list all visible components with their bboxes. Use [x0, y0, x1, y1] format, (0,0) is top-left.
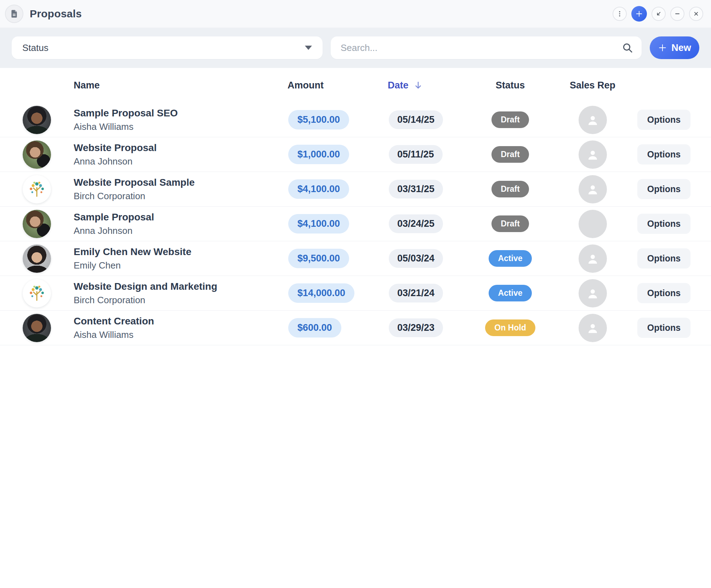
window-restore-button[interactable] — [652, 7, 666, 21]
new-proposal-button[interactable]: New — [650, 36, 699, 59]
client-name: Birch Corporation — [74, 191, 145, 202]
sales-rep-avatar[interactable] — [579, 210, 607, 238]
options-button[interactable]: Options — [637, 110, 690, 130]
arrow-down-left-icon — [655, 10, 662, 17]
status-badge: Draft — [491, 215, 529, 232]
window-close-button[interactable] — [689, 7, 703, 21]
search-input[interactable] — [341, 42, 622, 53]
table-row[interactable]: Website Proposal Sample Birch Corporatio… — [0, 172, 711, 207]
window-minimize-button[interactable] — [670, 7, 684, 21]
table-row[interactable]: Sample Proposal Anna Johnson $4,100.00 0… — [0, 207, 711, 241]
client-name: Aisha Williams — [74, 329, 133, 340]
status-badge: Active — [489, 285, 531, 301]
options-button[interactable]: Options — [637, 283, 690, 303]
proposal-name: Emily Chen New Website — [74, 246, 191, 258]
table-row[interactable]: Website Proposal Anna Johnson $1,000.00 … — [0, 137, 711, 172]
sales-rep-avatar[interactable] — [579, 175, 607, 203]
birch-logo — [27, 179, 47, 199]
person-icon — [586, 113, 600, 127]
options-button[interactable]: Options — [637, 248, 690, 269]
table-row[interactable]: Website Design and Marketing Birch Corpo… — [0, 276, 711, 311]
table-row[interactable]: Content Creation Aisha Williams $600.00 … — [0, 311, 711, 345]
person-icon — [586, 286, 600, 300]
client-avatar — [23, 210, 51, 238]
date-pill: 05/11/25 — [389, 145, 443, 164]
app-icon-badge — [5, 5, 23, 23]
status-badge: On Hold — [485, 319, 535, 336]
amount-pill: $600.00 — [288, 318, 341, 338]
client-name: Emily Chen — [74, 260, 121, 271]
window-menu-button[interactable] — [613, 7, 627, 21]
client-name: Anna Johnson — [74, 225, 132, 236]
document-icon — [10, 9, 19, 18]
client-avatar — [23, 140, 51, 169]
column-header-name[interactable]: Name — [74, 80, 287, 91]
date-pill: 03/29/23 — [389, 318, 443, 337]
table-header-row: Name Amount Date Status Sales Rep — [0, 68, 711, 103]
client-name: Aisha Williams — [74, 121, 133, 132]
proposal-name: Sample Proposal — [74, 212, 154, 223]
options-button[interactable]: Options — [637, 144, 690, 165]
client-avatar — [23, 175, 51, 203]
table-body: Sample Proposal SEO Aisha Williams $5,10… — [0, 103, 711, 345]
search-box — [331, 36, 642, 59]
plus-icon — [635, 10, 643, 18]
table-row[interactable]: Emily Chen New Website Emily Chen $9,500… — [0, 241, 711, 276]
person-icon — [586, 148, 600, 162]
client-avatar — [23, 106, 51, 134]
status-filter-label: Status — [22, 42, 49, 53]
kebab-menu-icon — [616, 10, 623, 17]
chevron-down-icon — [305, 46, 312, 50]
options-button[interactable]: Options — [637, 179, 690, 199]
client-avatar — [23, 314, 51, 342]
sales-rep-avatar[interactable] — [579, 244, 607, 273]
client-avatar — [23, 244, 51, 273]
window-controls — [613, 6, 703, 22]
status-badge: Active — [489, 250, 531, 267]
proposal-name: Website Proposal Sample — [74, 177, 195, 188]
amount-pill: $14,000.00 — [288, 283, 354, 303]
person-icon — [586, 182, 600, 196]
minus-icon — [674, 10, 681, 17]
plus-icon — [658, 43, 667, 52]
person-icon — [586, 321, 600, 335]
close-icon — [693, 10, 700, 17]
filter-bar: Status New — [0, 28, 711, 68]
client-name: Birch Corporation — [74, 295, 145, 306]
new-button-label: New — [671, 42, 691, 53]
column-header-sales-rep[interactable]: Sales Rep — [570, 80, 615, 91]
table-row[interactable]: Sample Proposal SEO Aisha Williams $5,10… — [0, 103, 711, 137]
proposal-name: Website Proposal — [74, 142, 157, 154]
window-titlebar: Proposals — [0, 0, 711, 28]
status-filter-select[interactable]: Status — [12, 36, 323, 59]
amount-pill: $4,100.00 — [288, 179, 349, 199]
proposal-name: Content Creation — [74, 316, 154, 327]
amount-pill: $1,000.00 — [288, 145, 349, 164]
sales-rep-avatar[interactable] — [579, 140, 607, 169]
options-button[interactable]: Options — [637, 214, 690, 234]
sales-rep-avatar[interactable] — [579, 279, 607, 307]
amount-pill: $9,500.00 — [288, 249, 349, 268]
proposals-table: Name Amount Date Status Sales Rep — [0, 68, 711, 345]
sales-rep-avatar[interactable] — [579, 106, 607, 134]
status-badge: Draft — [491, 146, 529, 163]
status-badge: Draft — [491, 181, 529, 197]
date-pill: 03/21/24 — [389, 284, 443, 302]
amount-pill: $5,100.00 — [288, 110, 349, 129]
client-name: Anna Johnson — [74, 156, 132, 167]
window-add-button[interactable] — [631, 6, 647, 22]
date-pill: 03/31/25 — [389, 180, 443, 198]
date-pill: 05/03/24 — [389, 249, 443, 268]
search-icon — [622, 42, 633, 53]
date-header-label: Date — [388, 80, 409, 91]
page-title: Proposals — [30, 8, 82, 20]
column-header-status[interactable]: Status — [496, 80, 525, 91]
options-button[interactable]: Options — [637, 318, 690, 338]
proposal-name: Website Design and Marketing — [74, 281, 217, 292]
sort-descending-icon — [414, 81, 423, 90]
birch-logo — [27, 283, 47, 303]
column-header-date[interactable]: Date — [386, 80, 466, 91]
column-header-amount[interactable]: Amount — [287, 80, 386, 91]
amount-pill: $4,100.00 — [288, 214, 349, 234]
sales-rep-avatar[interactable] — [579, 314, 607, 342]
